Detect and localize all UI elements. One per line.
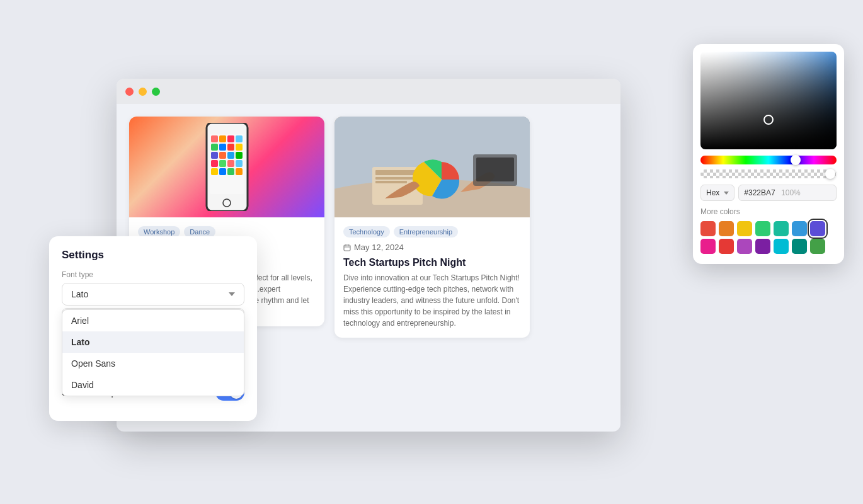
swatch-red[interactable]: [700, 221, 716, 236]
font-dropdown: Ariel Lato Open Sans David: [62, 309, 244, 396]
color-gradient[interactable]: [700, 52, 837, 149]
svg-rect-3: [219, 135, 226, 142]
font-option-lato[interactable]: Lato: [62, 331, 244, 353]
font-select-button[interactable]: Lato: [62, 283, 244, 306]
svg-rect-10: [211, 152, 218, 159]
font-option-david[interactable]: David: [62, 374, 244, 396]
chevron-down-icon: [229, 292, 235, 296]
maximize-dot[interactable]: [152, 88, 160, 96]
svg-rect-13: [236, 152, 243, 159]
tech-desc: Dive into innovation at our Tech Startup…: [343, 272, 521, 329]
svg-rect-9: [236, 144, 243, 151]
svg-rect-20: [227, 168, 234, 175]
swatch-purple-light[interactable]: [737, 239, 752, 254]
svg-rect-14: [211, 160, 218, 167]
gradient-dark-overlay: [700, 52, 837, 149]
hex-value: #322BA7: [744, 188, 775, 197]
svg-rect-35: [476, 158, 514, 181]
svg-rect-18: [211, 168, 218, 175]
svg-rect-2: [211, 135, 218, 142]
svg-rect-8: [227, 144, 234, 151]
opacity-value: 100%: [781, 188, 801, 197]
swatch-purple-dark[interactable]: [755, 239, 770, 254]
alpha-thumb[interactable]: [825, 169, 835, 179]
swatch-indigo[interactable]: [810, 221, 825, 236]
svg-rect-16: [227, 160, 234, 167]
tech-tags: Technology Entrepreneurship: [343, 226, 521, 238]
color-hex-input[interactable]: #322BA7 100%: [738, 185, 837, 201]
phone-image: [129, 117, 324, 217]
svg-rect-31: [375, 177, 413, 180]
color-format-label: Hex: [706, 188, 719, 197]
close-dot[interactable]: [125, 88, 134, 96]
font-select-wrapper: Lato Ariel Lato Open Sans David <span da…: [62, 283, 244, 342]
event-card-tech: Technology Entrepreneurship May 12, 2024…: [334, 117, 530, 338]
svg-rect-12: [227, 152, 234, 159]
swatch-dark-green[interactable]: [810, 239, 825, 254]
color-picker-panel: Hex #322BA7 100% More colors: [693, 44, 844, 264]
swatch-orange[interactable]: [719, 221, 734, 236]
svg-rect-5: [236, 135, 243, 142]
svg-rect-4: [227, 135, 234, 142]
font-option-opensans[interactable]: Open Sans: [62, 353, 244, 374]
color-format-select[interactable]: Hex: [700, 185, 734, 201]
tech-title: Tech Startups Pitch Night: [343, 257, 521, 268]
svg-rect-7: [219, 144, 226, 151]
color-swatches-row1: [700, 221, 837, 236]
svg-rect-30: [375, 170, 420, 175]
swatch-blue[interactable]: [792, 221, 807, 236]
tag-entrepreneurship: Entrepreneurship: [394, 226, 458, 238]
svg-rect-36: [344, 245, 350, 251]
more-colors-label: More colors: [700, 207, 837, 216]
hue-thumb[interactable]: [791, 155, 801, 165]
hue-slider[interactable]: [700, 156, 837, 164]
tech-date: May 12, 2024: [343, 243, 521, 252]
svg-rect-17: [236, 160, 243, 167]
business-image: [334, 117, 530, 217]
swatch-yellow[interactable]: [737, 221, 752, 236]
swatch-pink[interactable]: [700, 239, 716, 254]
selected-font-label: Lato: [71, 289, 88, 299]
tech-card-body: Technology Entrepreneurship May 12, 2024…: [334, 217, 530, 338]
font-option-ariel[interactable]: Ariel: [62, 310, 244, 331]
svg-rect-32: [375, 181, 407, 183]
minimize-dot[interactable]: [139, 88, 147, 96]
calendar-icon-2: [343, 244, 351, 251]
format-chevron-icon: [724, 192, 729, 195]
font-type-label: Font type: [62, 270, 244, 279]
swatch-cyan[interactable]: [774, 239, 789, 254]
swatch-teal[interactable]: [774, 221, 789, 236]
swatch-dark-teal[interactable]: [792, 239, 807, 254]
swatch-crimson[interactable]: [719, 239, 734, 254]
swatch-green[interactable]: [755, 221, 770, 236]
business-svg: [334, 117, 530, 217]
color-inputs: Hex #322BA7 100%: [700, 185, 837, 201]
color-swatches-row2: [700, 239, 837, 254]
tag-technology: Technology: [343, 226, 390, 238]
svg-rect-6: [211, 144, 218, 151]
settings-title: Settings: [62, 249, 244, 261]
svg-rect-15: [219, 160, 226, 167]
settings-panel: Settings Font type Lato Ariel Lato Open …: [49, 236, 257, 421]
alpha-slider[interactable]: [700, 169, 837, 178]
svg-rect-11: [219, 152, 226, 159]
color-picker-handle[interactable]: [763, 115, 774, 125]
svg-rect-19: [219, 168, 226, 175]
svg-rect-21: [236, 168, 243, 175]
browser-titlebar: [117, 79, 620, 104]
